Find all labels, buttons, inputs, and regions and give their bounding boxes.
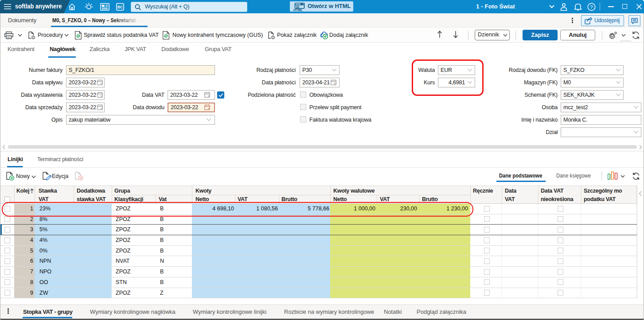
svg-text:BC: BC [117, 5, 123, 9]
svg-text:HTML: HTML [293, 8, 303, 12]
svg-text:?: ? [590, 4, 593, 10]
